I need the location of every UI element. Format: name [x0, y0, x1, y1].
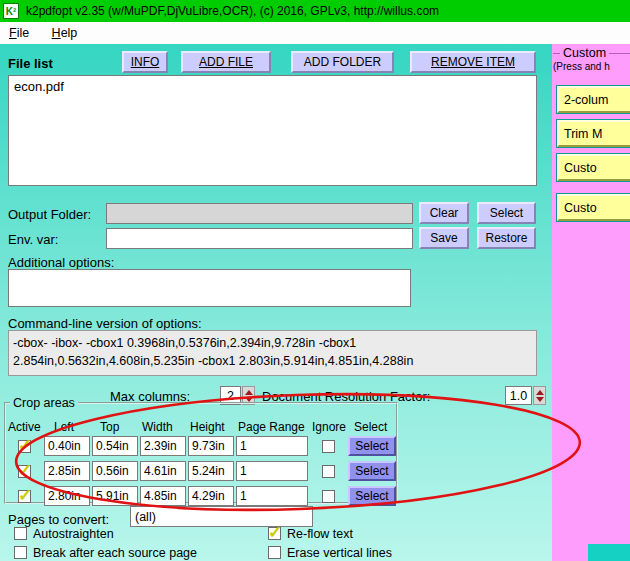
info-button[interactable]: INFO — [122, 51, 168, 73]
pages-to-convert-input[interactable] — [130, 506, 313, 527]
clear-button-label: Clear — [430, 206, 459, 220]
header-left: Left — [54, 420, 74, 434]
info-button-label: INFO — [131, 55, 160, 69]
autostraighten-label: Autostraighten — [33, 527, 114, 541]
spinner-down-icon[interactable] — [536, 397, 544, 402]
crop-height-input[interactable] — [188, 436, 234, 456]
crop-active-checkbox[interactable] — [18, 465, 31, 478]
reflow-text-checkbox[interactable] — [268, 527, 281, 540]
crop-ignore-checkbox[interactable] — [322, 490, 335, 503]
doc-resolution-spinner[interactable] — [533, 386, 546, 405]
crop-top-input[interactable] — [92, 486, 138, 506]
doc-resolution-input[interactable] — [505, 386, 532, 405]
output-folder-input[interactable] — [106, 203, 413, 224]
add-folder-button-label: ADD FOLDER — [304, 55, 381, 69]
remove-item-button-label: REMOVE ITEM — [431, 55, 515, 69]
title-bar[interactable]: K² k2pdfopt v2.35 (w/MuPDF,DjVuLibre,OCR… — [0, 0, 630, 22]
crop-select-button[interactable]: Select — [348, 461, 396, 481]
crop-page-range-input[interactable] — [236, 461, 308, 481]
autostraighten-checkbox[interactable] — [14, 527, 27, 540]
file-list-label: File list — [8, 56, 53, 71]
output-select-button-label: Select — [490, 206, 523, 220]
header-page-range: Page Range — [238, 420, 305, 434]
crop-ignore-checkbox[interactable] — [322, 465, 335, 478]
crop-page-range-input[interactable] — [236, 436, 308, 456]
crop-top-input[interactable] — [92, 436, 138, 456]
preset-button-label: Custo — [564, 201, 597, 215]
env-var-label: Env. var: — [8, 232, 58, 247]
crop-ignore-checkbox[interactable] — [322, 440, 335, 453]
reflow-text-label: Re-flow text — [287, 527, 353, 541]
menu-help[interactable]: Help — [43, 22, 87, 44]
header-active: Active — [8, 420, 41, 434]
crop-left-input[interactable] — [44, 436, 90, 456]
erase-vertical-lines-label: Erase vertical lines — [287, 546, 392, 560]
crop-width-input[interactable] — [140, 436, 186, 456]
preset-button-2-column[interactable]: 2-colum — [557, 86, 630, 113]
presets-legend: Custom — [560, 46, 609, 60]
menu-bar: File Help — [0, 22, 630, 44]
crop-select-button[interactable]: Select — [348, 486, 396, 506]
crop-page-range-input[interactable] — [236, 486, 308, 506]
add-file-button-label: ADD FILE — [199, 55, 253, 69]
header-select: Select — [354, 420, 387, 434]
preset-button-trim-margins[interactable]: Trim M — [557, 120, 630, 147]
output-folder-label: Output Folder: — [8, 207, 91, 222]
header-height: Height — [190, 420, 225, 434]
crop-active-checkbox[interactable] — [18, 440, 31, 453]
crop-width-input[interactable] — [140, 486, 186, 506]
crop-select-button-label: Select — [355, 439, 388, 453]
restore-button[interactable]: Restore — [477, 227, 536, 249]
crop-areas-group: Crop areas Active Left Top Width Height … — [4, 396, 398, 504]
command-line-label: Command-line version of options: — [8, 316, 202, 331]
spinner-up-icon[interactable] — [536, 390, 544, 395]
add-folder-button[interactable]: ADD FOLDER — [291, 51, 394, 73]
header-ignore: Ignore — [312, 420, 346, 434]
crop-width-input[interactable] — [140, 461, 186, 481]
spinner-up-icon[interactable] — [245, 390, 253, 395]
menu-file[interactable]: File — [0, 22, 38, 44]
bottom-right-panel — [588, 544, 630, 561]
app-icon: K² — [3, 3, 19, 19]
preset-button-label: 2-colum — [564, 93, 608, 107]
erase-vertical-lines-checkbox[interactable] — [268, 546, 281, 559]
crop-select-button[interactable]: Select — [348, 436, 396, 456]
output-select-button[interactable]: Select — [477, 202, 536, 224]
crop-left-input[interactable] — [44, 486, 90, 506]
preset-button-label: Custo — [564, 161, 597, 175]
add-file-button[interactable]: ADD FILE — [181, 51, 271, 73]
crop-select-button-label: Select — [355, 464, 388, 478]
break-after-page-checkbox[interactable] — [14, 546, 27, 559]
remove-item-button[interactable]: REMOVE ITEM — [410, 51, 536, 73]
crop-active-checkbox[interactable] — [18, 490, 31, 503]
break-after-page-label: Break after each source page — [33, 546, 197, 560]
save-button-label: Save — [430, 231, 457, 245]
preset-button-label: Trim M — [564, 127, 602, 141]
app-window: K² k2pdfopt v2.35 (w/MuPDF,DjVuLibre,OCR… — [0, 0, 630, 561]
crop-height-input[interactable] — [188, 486, 234, 506]
header-width: Width — [142, 420, 173, 434]
crop-left-input[interactable] — [44, 461, 90, 481]
preset-button-custom-2[interactable]: Custo — [557, 194, 630, 221]
additional-options-label: Additional options: — [8, 255, 114, 270]
env-var-input[interactable] — [106, 228, 413, 249]
crop-height-input[interactable] — [188, 461, 234, 481]
file-list-item[interactable]: econ.pdf — [9, 76, 536, 97]
presets-subtext: (Press and h — [553, 61, 610, 72]
crop-top-input[interactable] — [92, 461, 138, 481]
crop-select-button-label: Select — [355, 489, 388, 503]
preset-button-custom-1[interactable]: Custo — [557, 154, 630, 181]
crop-areas-legend: Crop areas — [10, 396, 78, 410]
command-line-box: -cbox- -ibox- -cbox1 0.3968in,0.5376in,2… — [8, 330, 537, 376]
additional-options-textarea[interactable] — [8, 269, 411, 307]
header-top: Top — [100, 420, 119, 434]
save-button[interactable]: Save — [419, 227, 469, 249]
file-listbox[interactable]: econ.pdf — [8, 75, 537, 186]
pages-to-convert-label: Pages to convert: — [8, 512, 109, 527]
restore-button-label: Restore — [485, 231, 527, 245]
clear-button[interactable]: Clear — [419, 202, 469, 224]
window-title: k2pdfopt v2.35 (w/MuPDF,DjVuLibre,OCR), … — [26, 0, 439, 22]
